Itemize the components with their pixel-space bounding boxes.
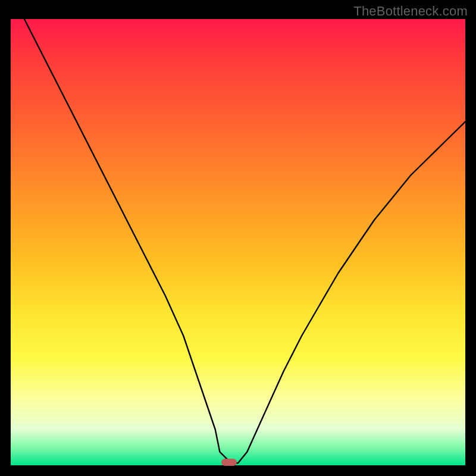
chart-frame: TheBottleneck.com [0,0,476,476]
plot-area [11,19,465,465]
bottleneck-curve [24,19,465,463]
watermark-text: TheBottleneck.com [353,4,468,19]
optimal-point-marker [221,459,237,466]
curve-svg [11,19,465,465]
